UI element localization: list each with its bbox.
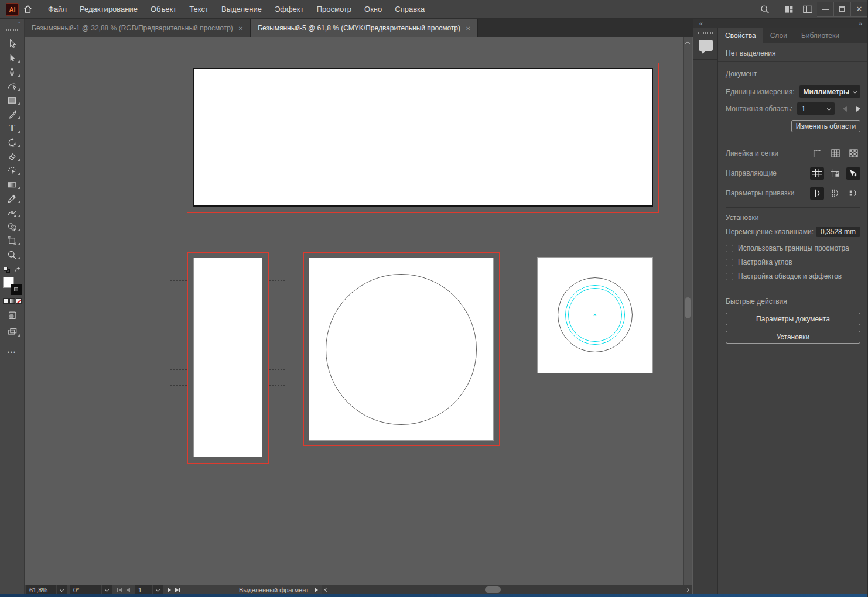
checkbox-preview-bounds[interactable] <box>726 245 733 252</box>
home-icon[interactable] <box>19 0 36 19</box>
paintbrush-tool-icon[interactable] <box>0 107 25 121</box>
status-menu-icon[interactable] <box>315 588 318 592</box>
artboard-tool-icon[interactable] <box>0 234 25 248</box>
comments-panel-icon[interactable] <box>699 40 713 51</box>
puppet-warp-tool-icon[interactable] <box>0 205 25 219</box>
maximize-button[interactable] <box>834 2 851 17</box>
document-tab-1[interactable]: Безымянный-1 @ 32,88 % (RGB/Предваритель… <box>25 19 251 37</box>
snap-to-pixel-icon[interactable] <box>846 187 860 200</box>
menu-file[interactable]: Файл <box>42 0 73 19</box>
properties-panel: Нет выделения Документ Единицы измерения… <box>718 43 868 594</box>
more-tools-icon[interactable]: ••• <box>8 349 16 355</box>
toolbar-expand-icon[interactable]: » <box>0 19 24 27</box>
artboard-1[interactable] <box>193 68 653 207</box>
last-artboard-icon[interactable] <box>175 588 180 592</box>
rotation-dropdown[interactable]: 0° <box>70 585 112 594</box>
menu-type[interactable]: Текст <box>183 0 215 19</box>
minimize-button[interactable] <box>817 2 834 17</box>
color-button[interactable] <box>3 298 9 304</box>
edit-artboards-button[interactable]: Изменить области <box>791 120 860 132</box>
menu-view[interactable]: Просмотр <box>310 0 358 19</box>
direct-selection-tool-icon[interactable] <box>0 51 25 65</box>
eyedropper-tool-icon[interactable] <box>0 191 25 205</box>
artboard-dropdown[interactable]: 1 <box>797 102 835 115</box>
canvas-pasteboard[interactable]: × <box>25 37 683 585</box>
menu-effect[interactable]: Эффект <box>268 0 310 19</box>
fill-stroke-indicator[interactable] <box>3 277 22 295</box>
horizontal-scroll-thumb[interactable] <box>485 586 501 593</box>
checkbox-scale-corners[interactable] <box>726 259 733 266</box>
transparency-grid-icon[interactable] <box>846 147 860 160</box>
vertical-scroll-thumb[interactable] <box>685 297 691 318</box>
next-artboard-icon[interactable] <box>168 588 171 592</box>
snap-to-point-icon[interactable] <box>810 187 824 200</box>
snap-to-grid-icon[interactable] <box>828 187 842 200</box>
collapse-panels-icon[interactable]: « <box>699 19 703 28</box>
search-icon[interactable] <box>756 0 774 19</box>
tab-libraries[interactable]: Библиотеки <box>794 28 846 43</box>
close-tab-icon[interactable]: ✕ <box>238 25 243 32</box>
menu-select[interactable]: Выделение <box>215 0 268 19</box>
dock-grip-handle[interactable] <box>698 32 713 34</box>
section-separator <box>726 290 860 290</box>
zoom-level-dropdown[interactable]: 61,8% <box>26 585 67 594</box>
menu-help[interactable]: Справка <box>388 0 431 19</box>
shaper-tool-icon[interactable] <box>0 163 25 177</box>
center-point-marker: × <box>593 313 596 318</box>
eraser-tool-icon[interactable] <box>0 149 25 163</box>
tab-layers[interactable]: Слои <box>763 28 794 43</box>
close-button[interactable]: ✕ <box>851 2 868 17</box>
dock-header: « » <box>693 19 868 28</box>
show-guides-icon[interactable] <box>810 167 824 180</box>
first-artboard-icon[interactable] <box>117 588 122 592</box>
units-dropdown[interactable]: Миллиметры <box>799 85 860 98</box>
large-circle-path[interactable] <box>326 274 477 425</box>
menu-window[interactable]: Окно <box>358 0 388 19</box>
show-rulers-icon[interactable] <box>810 147 824 160</box>
scroll-right-icon[interactable] <box>685 588 689 592</box>
workspace-switcher-icon[interactable] <box>798 0 817 19</box>
keyboard-increment-field[interactable]: 0,3528 mm <box>816 227 860 237</box>
rotate-tool-icon[interactable] <box>0 135 25 149</box>
previous-artboard-icon[interactable] <box>843 106 847 112</box>
curvature-tool-icon[interactable] <box>0 79 25 93</box>
lock-guides-icon[interactable] <box>828 167 842 180</box>
show-grid-icon[interactable] <box>828 147 842 160</box>
swap-fill-stroke-icon[interactable] <box>14 266 21 273</box>
scroll-left-icon[interactable] <box>324 588 329 592</box>
screen-mode-icon[interactable] <box>0 325 25 339</box>
stroke-swatch[interactable] <box>11 284 22 295</box>
horizontal-scrollbar[interactable] <box>322 585 692 594</box>
rectangle-tool-icon[interactable] <box>0 93 25 107</box>
pen-tool-icon[interactable] <box>0 65 25 79</box>
shape-builder-tool-icon[interactable] <box>0 219 25 234</box>
arrange-documents-icon[interactable] <box>780 0 798 19</box>
close-tab-icon[interactable]: ✕ <box>466 25 470 32</box>
default-fill-stroke-icon[interactable] <box>4 267 10 273</box>
artboard-2[interactable] <box>193 258 262 457</box>
section-separator <box>726 207 860 208</box>
next-artboard-icon[interactable] <box>856 106 860 112</box>
zoom-tool-icon[interactable] <box>0 248 25 262</box>
type-tool-icon[interactable]: T <box>0 121 25 135</box>
scroll-up-icon[interactable] <box>685 42 690 46</box>
draw-mode-icon[interactable] <box>0 308 25 322</box>
gradient-button[interactable] <box>9 298 15 304</box>
selection-tool-icon[interactable] <box>0 37 25 51</box>
menu-object[interactable]: Объект <box>144 0 183 19</box>
checkbox-scale-strokes-effects[interactable] <box>726 273 733 280</box>
preferences-button[interactable]: Установки <box>726 331 860 344</box>
gradient-tool-icon[interactable] <box>0 177 25 191</box>
document-tab-2[interactable]: Безымянный-5 @ 61,8 % (CMYK/Предваритель… <box>251 19 478 37</box>
expand-panels-icon[interactable]: » <box>859 19 862 28</box>
previous-artboard-icon[interactable] <box>127 588 130 592</box>
smart-guides-icon[interactable] <box>846 167 860 180</box>
artboard-navigation-dropdown[interactable]: 1 <box>135 585 163 594</box>
toolbar-grip-handle[interactable] <box>5 29 20 31</box>
none-button[interactable] <box>16 298 22 304</box>
tab-properties[interactable]: Свойства <box>718 28 763 43</box>
document-setup-button[interactable]: Параметры документа <box>726 313 860 325</box>
menu-edit[interactable]: Редактирование <box>73 0 144 19</box>
artboard-label: Монтажная область: <box>726 105 792 113</box>
vertical-scrollbar[interactable] <box>683 37 692 585</box>
